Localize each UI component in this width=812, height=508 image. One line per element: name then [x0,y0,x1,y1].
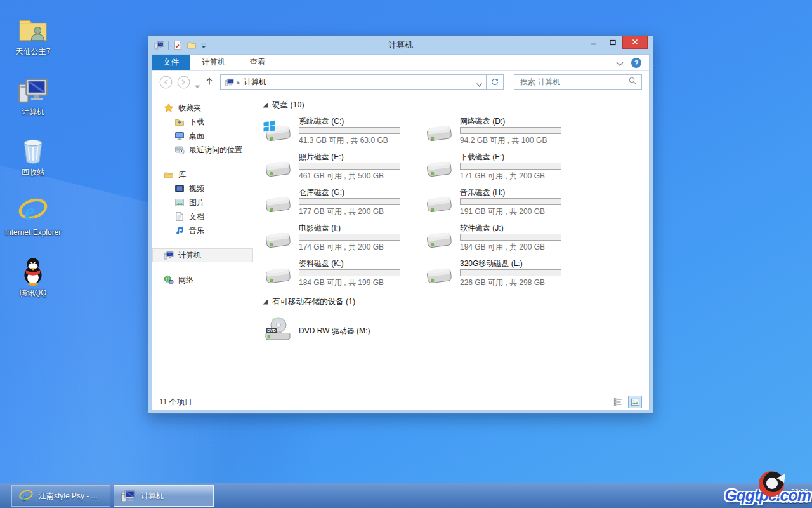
group-header-hard-disks[interactable]: 硬盘 (10) [263,98,643,112]
content-pane: 硬盘 (10) 系统磁盘 (C:) 41.3 GB 可用 , 共 63.0 GB… [255,93,649,394]
status-bar: 11 个项目 [152,394,649,410]
ie-icon: e [18,488,34,504]
taskbar-button-ie[interactable]: e 江南style Psy - ... [11,485,110,507]
drive-size: 184 GB 可用 , 共 199 GB [299,277,400,288]
address-dropdown-icon[interactable] [476,80,482,84]
title-bar[interactable]: 计算机 [148,36,653,54]
thumbnail-view-icon[interactable] [628,396,642,408]
drive-tile[interactable]: 网络磁盘 (D:) 94.2 GB 可用 , 共 100 GB [424,114,585,149]
tab-file[interactable]: 文件 [152,55,190,70]
svg-text:e: e [22,490,27,503]
taskbar-button-computer[interactable]: 计算机 [114,485,214,507]
drive-info: 照片磁盘 (E:) 461 GB 可用 , 共 500 GB [299,152,400,182]
tab-view[interactable]: 查看 [238,55,278,70]
drive-size: 171 GB 可用 , 共 200 GB [460,171,561,182]
drive-capacity-bar [460,198,561,205]
library-icon [164,170,174,180]
drive-capacity-bar [299,163,400,170]
sidebar-item-label: 收藏夹 [178,103,201,114]
group-collapse-icon[interactable] [263,103,268,108]
address-breadcrumb[interactable]: ▸ 计算机 [221,75,486,89]
drive-name: 网络磁盘 (D:) [460,117,561,126]
new-folder-icon[interactable] [187,40,197,50]
watermark-logo-icon [757,470,785,498]
drive-info: 电影磁盘 (I:) 174 GB 可用 , 共 200 GB [299,224,400,253]
dvd-drive-tile[interactable]: DVD DVD RW 驱动器 (M:) [263,311,643,351]
taskbar-button-label: 计算机 [141,491,164,502]
sidebar-item-network[interactable]: 网络 [152,273,255,287]
computer-icon [17,74,49,106]
drive-capacity-bar [299,269,400,276]
back-button[interactable] [159,76,173,89]
sidebar-item-label: 网络 [178,275,193,286]
sidebar-item-recent-places[interactable]: 最近访问的位置 [152,143,255,157]
forward-button[interactable] [177,76,190,89]
recent-pages-dropdown-icon[interactable] [195,80,200,84]
ie-icon: e [17,195,49,227]
drive-tile[interactable]: 软件磁盘 (J:) 194 GB 可用 , 共 200 GB [424,220,585,256]
maximize-button[interactable] [603,36,622,49]
drive-tile[interactable]: 音乐磁盘 (H:) 191 GB 可用 , 共 200 GB [424,185,585,220]
breadcrumb-separator: ▸ [237,79,240,86]
group-collapse-icon[interactable] [263,300,268,305]
desktop-icon-user-folder[interactable]: 天仙公主7 [3,4,63,56]
hard-drive-icon [263,189,293,217]
sidebar-item-favorites[interactable]: 收藏夹 [152,101,255,115]
desktop-icon-computer[interactable]: 计算机 [3,64,63,116]
drive-name: 仓库磁盘 (G:) [299,188,400,197]
hard-drive-icon [424,153,454,181]
video-icon [174,184,185,194]
sidebar-item-downloads[interactable]: 下载 [152,115,255,129]
sidebar-item-libraries[interactable]: 库 [152,168,255,182]
drive-tile[interactable]: 照片磁盘 (E:) 461 GB 可用 , 共 500 GB [263,149,424,185]
explorer-window: 计算机 文件 计算机 查看 [148,35,653,414]
drive-size: 177 GB 可用 , 共 200 GB [299,206,400,217]
drive-size: 94.2 GB 可用 , 共 100 GB [460,135,561,146]
properties-icon[interactable] [173,40,183,50]
ribbon-expand-icon[interactable] [616,57,624,69]
search-icon[interactable] [628,76,637,88]
drive-capacity-bar [299,234,400,241]
search-box[interactable] [514,74,642,90]
desktop-icon-internet-explorer[interactable]: e Internet Explorer [3,185,63,237]
drive-tile[interactable]: 资料磁盘 (K:) 184 GB 可用 , 共 199 GB [263,256,424,291]
sidebar-item-videos[interactable]: 视频 [152,182,255,196]
music-icon [174,225,185,236]
view-switcher [611,396,642,408]
recycle-bin-icon [17,135,49,166]
drive-name: 照片磁盘 (E:) [299,152,400,161]
sidebar-item-pictures[interactable]: 图片 [152,196,255,210]
sidebar-item-computer[interactable]: 计算机 [152,248,253,262]
refresh-icon[interactable] [486,75,503,89]
taskbar: e 江南style Psy - ... 计算机 23:30 2013/1/6 [0,483,812,508]
computer-icon[interactable] [154,40,164,50]
up-button[interactable] [204,76,216,88]
drive-tile[interactable]: 仓库磁盘 (G:) 177 GB 可用 , 共 200 GB [263,185,424,220]
window-client-area: 文件 计算机 查看 ? [152,54,650,410]
pictures-icon [174,197,185,208]
drive-tile[interactable]: 下载磁盘 (F:) 171 GB 可用 , 共 200 GB [424,149,585,185]
breadcrumb-location[interactable]: 计算机 [244,77,266,88]
desktop-icon-recycle-bin[interactable]: 回收站 [3,124,63,177]
minimize-button[interactable] [584,36,603,49]
drive-tile[interactable]: 320G移动磁盘 (L:) 226 GB 可用 , 共 298 GB [424,256,585,291]
address-bar[interactable]: ▸ 计算机 [220,74,504,90]
sidebar-item-documents[interactable]: 文档 [152,210,255,224]
hard-drive-icon [424,224,454,252]
sidebar-item-desktop[interactable]: 桌面 [152,129,255,143]
drive-size: 191 GB 可用 , 共 200 GB [460,206,561,217]
qat-dropdown-icon[interactable] [200,40,207,50]
tab-computer[interactable]: 计算机 [190,55,238,70]
caption-buttons [584,36,648,49]
help-icon[interactable]: ? [631,58,641,68]
drive-info: 仓库磁盘 (G:) 177 GB 可用 , 共 200 GB [299,188,400,217]
sidebar-item-music[interactable]: 音乐 [152,224,255,237]
drive-tile[interactable]: 系统磁盘 (C:) 41.3 GB 可用 , 共 63.0 GB [263,114,424,149]
details-view-icon[interactable] [611,396,625,408]
drive-tile[interactable]: 电影磁盘 (I:) 174 GB 可用 , 共 200 GB [263,220,424,256]
group-header-removable-devices[interactable]: 有可移动存储的设备 (1) [263,295,643,309]
drive-capacity-bar [460,163,561,170]
close-button[interactable] [622,36,648,49]
desktop-icon-qq[interactable]: 腾讯QQ [3,245,63,297]
search-input[interactable] [519,77,628,87]
